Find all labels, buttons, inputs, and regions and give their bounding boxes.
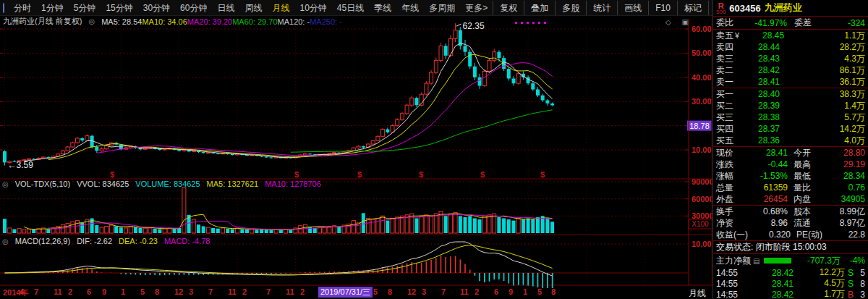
period-tab-周线[interactable]: 周线 <box>239 0 267 16</box>
ask-row-5[interactable]: 卖五¥ 28.45 1.1万 <box>713 30 868 41</box>
tick-price: 28.42 <box>742 290 793 299</box>
weicha-value: -324 <box>812 18 865 28</box>
quote-panel: R 500 603456 九洲药业 委比 -41.97% 委差 -324 卖五¥… <box>712 0 868 299</box>
svg-text:50.00: 50.00 <box>692 49 712 57</box>
legend-item: MA10: 1278706 <box>265 180 321 188</box>
stock-code: 603456 <box>729 3 760 14</box>
tick-row[interactable]: 14:55 28.42 1.7万 B 3 <box>713 289 868 299</box>
tick-volume: 1.7万 <box>793 288 845 299</box>
period-tab-10分钟[interactable]: 10分钟 <box>294 0 331 16</box>
bid-row-4[interactable]: 买四 28.37 14.2万 <box>713 123 868 135</box>
timeline-label: 4 <box>20 287 24 296</box>
timeline-label: 2 <box>475 287 479 296</box>
period-tab-30分钟[interactable]: 30分钟 <box>138 0 175 16</box>
period-tab-5分钟[interactable]: 5分钟 <box>69 0 101 16</box>
period-tab-多周期[interactable]: 多周期 <box>424 0 460 16</box>
level-price: 28.43 <box>735 54 780 64</box>
chart-corner-icons[interactable]: ◇ ▣ <box>665 18 693 26</box>
timeline-label: 11 <box>228 287 237 296</box>
timeline-label: 5 <box>140 287 145 296</box>
legend-item: DIF: -2.62 <box>77 237 112 245</box>
legend-item: DEA: -0.23 <box>119 237 158 245</box>
period-tab-日线[interactable]: 日线 <box>212 0 239 16</box>
dividend-marker: $ <box>419 170 423 179</box>
action-button-标记[interactable]: 标记 <box>677 1 708 15</box>
timeline-label: 9 <box>509 287 513 296</box>
level-price: 28.40 <box>735 89 780 99</box>
dividend-marker: $ <box>480 170 485 179</box>
main-net-bar <box>764 258 791 264</box>
selected-date-badge: 2019/07/31/三 <box>318 287 373 298</box>
period-tab-月线[interactable]: 月线 <box>267 0 294 16</box>
period-tab-更多>[interactable]: 更多> <box>460 0 493 16</box>
current-period-label[interactable]: 月线 <box>689 287 706 299</box>
weibi-value: -41.97% <box>733 18 787 28</box>
action-button-画线[interactable]: 画线 <box>617 1 648 15</box>
bid-levels: 买一 28.40 38.3万 买二 28.39 1.4万 买三 28.38 5.… <box>713 88 868 146</box>
legend-item: MA5: 1327621 <box>207 180 259 188</box>
action-button-多股[interactable]: 多股 <box>555 1 586 15</box>
action-button-F10[interactable]: F10 <box>648 1 677 15</box>
level-price: 28.38 <box>735 112 780 122</box>
level-volume: 4.0万 <box>780 135 865 147</box>
timeline-label: 11 <box>54 287 62 296</box>
bid-row-2[interactable]: 买二 28.39 1.4万 <box>713 100 868 111</box>
timeline-label: 1 <box>523 287 527 296</box>
tick-side: S <box>845 279 856 289</box>
pane-toggle-icon[interactable]: ◎ <box>2 237 9 245</box>
macd-header: ◎MACD(12,26,9)DIF: -2.62DEA: -0.23MACD: … <box>2 237 509 245</box>
pane-toggle-icon[interactable]: ◎ <box>2 180 9 188</box>
ma10-line <box>48 54 553 159</box>
period-tab-45日线[interactable]: 45日线 <box>332 0 369 16</box>
timeline-label: 3 <box>189 287 193 296</box>
period-tab-年线[interactable]: 年线 <box>396 0 424 16</box>
period-tab-分时[interactable]: 分时 <box>9 0 36 16</box>
svg-text:10.00: 10.00 <box>692 146 712 154</box>
timeline-label: 1 <box>121 287 125 296</box>
period-tab-60分钟[interactable]: 60分钟 <box>175 0 212 16</box>
svg-text:18.78: 18.78 <box>689 122 710 130</box>
level-volume: 14.2万 <box>780 123 865 135</box>
period-tab-1分钟[interactable]: 1分钟 <box>36 0 69 16</box>
stock-identity: R 500 603456 九洲药业 <box>713 0 868 16</box>
legend-item: MA60: 29.70 <box>232 17 277 26</box>
chart-canvas[interactable]: 60.0050.0040.0030.0018.7810.009000060000… <box>0 0 712 299</box>
timeline-axis[interactable]: 2014年47112691581237112711258123711269158… <box>0 286 712 299</box>
timeline-label: 3 <box>422 287 426 296</box>
main-net-pct: -4% <box>841 256 865 266</box>
tick-row[interactable]: 14:55 28.42 12.2万 S 5 <box>713 267 868 278</box>
market-tag-icon: R 500 <box>716 3 726 14</box>
period-tab-季线[interactable]: 季线 <box>369 0 396 16</box>
eye-icon[interactable]: ◎ <box>88 17 95 25</box>
ask-row-4[interactable]: 卖四 28.44 28.2万 <box>713 41 868 53</box>
tick-list[interactable]: 14:55 28.42 12.2万 S 5 14:55 28.41 4.5万 S… <box>713 267 868 299</box>
timeline-label: 5 <box>537 287 542 296</box>
stat-row: 现价 28.41 今开 28.80 <box>713 147 868 159</box>
level-price: 28.37 <box>735 124 780 134</box>
timeline-label: 8 <box>551 287 556 296</box>
period-tab-15分钟[interactable]: 15分钟 <box>101 0 137 16</box>
tick-row[interactable]: 14:55 28.41 4.5万 S 8 <box>713 278 868 289</box>
action-button-叠加[interactable]: 叠加 <box>524 1 555 15</box>
ask-row-1[interactable]: 卖一 28.41 36.1万 <box>713 76 868 88</box>
bid-row-3[interactable]: 买三 28.38 5.7万 <box>713 111 868 123</box>
timeline-label: 9 <box>102 287 106 296</box>
volume-bars <box>3 188 554 233</box>
timeline-label: 12 <box>407 287 416 296</box>
ask-row-3[interactable]: 卖三 28.43 4.3万 <box>713 53 868 64</box>
level-volume: 5.7万 <box>780 111 865 124</box>
action-button-复权[interactable]: 复权 <box>493 1 524 15</box>
timeline-label: 2 <box>68 287 72 296</box>
bid-row-5[interactable]: 买五 28.36 4.0万 <box>713 135 868 146</box>
trade-status: 交易状态: 闭市阶段 15:00:03 <box>713 241 868 253</box>
main-net-row[interactable]: 主力净额 ▤ -707.3万 -4% <box>713 254 868 267</box>
ask-row-2[interactable]: 卖二 28.42 86.1万 <box>713 64 868 76</box>
stat-row: 收益(一) 0.320 PE(动) 22.8 <box>713 229 868 240</box>
bid-row-1[interactable]: 买一 28.40 38.3万 <box>713 88 868 100</box>
svg-text:10.00: 10.00 <box>692 240 712 248</box>
app-window-icon[interactable] <box>3 3 4 13</box>
main-net-value: -707.3万 <box>791 255 841 267</box>
legend-item: MA120: - <box>278 17 310 26</box>
timeline-label: 2 <box>300 287 305 296</box>
action-button-统计[interactable]: 统计 <box>586 1 617 15</box>
